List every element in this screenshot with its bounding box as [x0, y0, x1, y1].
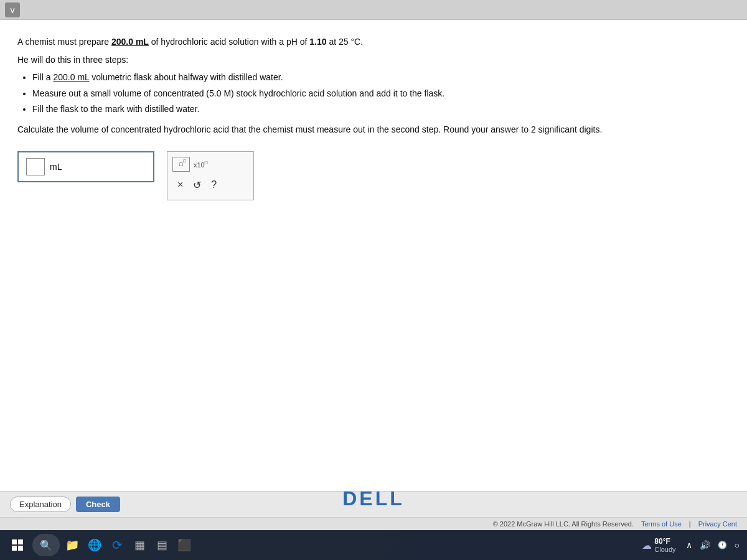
calculate-text: Calculate the volume of concentrated hyd…	[17, 123, 730, 136]
bullet-1: Fill a 200.0 mL volumetric flask about h…	[32, 70, 730, 85]
check-button[interactable]: Check	[76, 497, 120, 512]
dell-logo: DELL	[342, 487, 405, 510]
speaker-icon[interactable]: 🔊	[697, 538, 713, 553]
taskbar-app3[interactable]: ⬛	[174, 535, 194, 555]
notification-icon: ○	[735, 540, 740, 550]
win-quad-1	[12, 539, 17, 544]
copyright-bar: © 2022 McGraw Hill LLC. All Rights Reser…	[0, 517, 747, 530]
chevron-up-icon: ∧	[686, 540, 692, 550]
help-button[interactable]: ?	[209, 178, 219, 192]
steps-intro: He will do this in three steps:	[17, 55, 730, 65]
win-quad-4	[18, 546, 23, 551]
top-bar: v	[0, 0, 747, 20]
taskbar: 🔍 📁 🌐 ⟳ ▦ ▤ ⬛ ☁ 80°F Cloudy	[0, 530, 747, 560]
windows-icon	[12, 539, 23, 551]
bullet-3: Fill the flask to the mark with distille…	[32, 101, 730, 117]
math-top-row: □□ x10□	[172, 157, 248, 172]
app1-icon: ▦	[134, 538, 145, 552]
clock[interactable]: 🕐	[715, 538, 730, 552]
chevron-button[interactable]: v	[5, 2, 20, 17]
taskbar-search[interactable]: 🔍	[32, 534, 60, 556]
question-line1: A chemist must prepare 200.0 mL of hydro…	[17, 35, 730, 49]
notifications[interactable]: ○	[732, 538, 742, 553]
desktop: v A chemist must prepare 200.0 mL of hyd…	[0, 0, 747, 560]
system-tray-up[interactable]: ∧	[684, 538, 695, 553]
dell-logo-text: DELL	[342, 487, 405, 510]
content-area: A chemist must prepare 200.0 mL of hydro…	[0, 20, 747, 491]
math-panel: □□ x10□ × ↺ ?	[167, 151, 254, 200]
explanation-button[interactable]: Explanation	[10, 497, 71, 512]
unit-label: mL	[50, 162, 62, 172]
x10-label: x10□	[194, 160, 208, 169]
privacy-link[interactable]: Privacy Cent	[698, 520, 737, 528]
start-button[interactable]	[5, 533, 30, 558]
answer-area: mL □□ x10□ × ↺ ?	[17, 151, 730, 200]
math-buttons: × ↺ ?	[172, 175, 248, 195]
taskbar-app2[interactable]: ▤	[152, 535, 172, 555]
clock-display: 🕐	[718, 541, 727, 549]
taskbar-app1[interactable]: ▦	[129, 535, 149, 555]
weather-icon: ☁	[642, 539, 652, 551]
taskbar-right: ☁ 80°F Cloudy ∧ 🔊 🕐 ○	[642, 537, 742, 553]
weather-temp: 80°F	[654, 537, 670, 546]
file-explorer-icon: 📁	[65, 538, 79, 552]
copyright-text: © 2022 McGraw Hill LLC. All Rights Reser…	[493, 520, 634, 528]
x-button[interactable]: ×	[175, 178, 186, 192]
answer-input-inner[interactable]	[26, 158, 45, 175]
app2-icon: ▤	[157, 538, 167, 552]
bullet-list: Fill a 200.0 mL volumetric flask about h…	[32, 70, 730, 117]
weather-widget[interactable]: ☁ 80°F Cloudy	[642, 537, 680, 553]
browser-icon: 🌐	[88, 538, 101, 552]
terms-link[interactable]: Terms of Use	[641, 520, 682, 528]
search-icon: 🔍	[40, 539, 52, 551]
answer-input-box[interactable]: mL	[17, 151, 154, 182]
win-quad-2	[18, 539, 23, 544]
edge-icon: ⟳	[112, 538, 123, 553]
taskbar-file-explorer[interactable]: 📁	[62, 535, 82, 555]
taskbar-browser-icon[interactable]: 🌐	[85, 535, 105, 555]
speaker-sym: 🔊	[700, 540, 710, 550]
app3-icon: ⬛	[177, 538, 191, 552]
separator: |	[689, 520, 691, 528]
fraction-box[interactable]: □□	[172, 157, 190, 172]
app-window: v A chemist must prepare 200.0 mL of hyd…	[0, 0, 747, 530]
weather-desc: Cloudy	[654, 546, 675, 553]
bullet-2: Measure out a small volume of concentrat…	[32, 86, 730, 101]
undo-button[interactable]: ↺	[190, 178, 204, 192]
win-quad-3	[12, 546, 17, 551]
taskbar-edge-icon[interactable]: ⟳	[107, 535, 127, 555]
